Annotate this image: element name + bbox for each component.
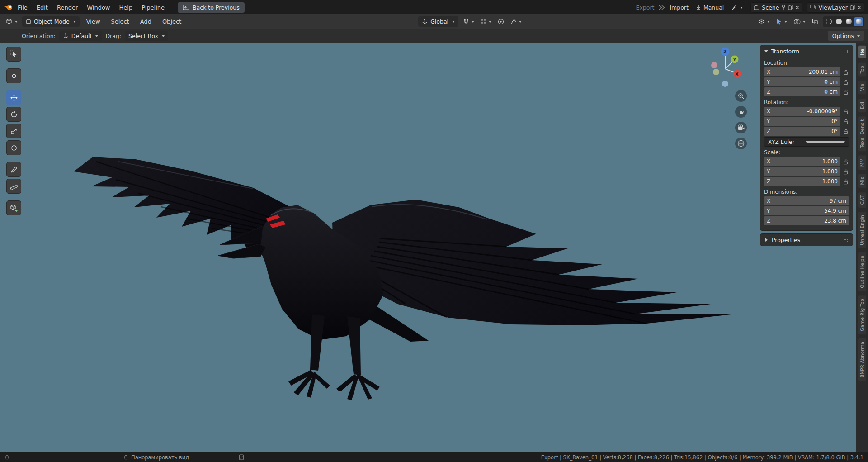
location-y-field[interactable]: Y 0 cm: [764, 77, 840, 86]
location-z-field[interactable]: Z 0 cm: [764, 87, 840, 96]
menu-edit[interactable]: Edit: [33, 2, 52, 13]
sidebar-tab-game-rig-tool[interactable]: Game Rig Too: [858, 295, 866, 334]
sidebar-tab-texel-density[interactable]: Texel Densit: [858, 116, 866, 151]
raven-right-wing[interactable]: [332, 200, 735, 325]
location-x-field[interactable]: X -200.01 cm: [764, 67, 840, 76]
gizmo-axis-neg-y[interactable]: [713, 69, 719, 75]
tool-datablock-button[interactable]: [728, 3, 746, 12]
snapping-dropdown[interactable]: [461, 17, 476, 26]
sidebar-tab-tool[interactable]: Too: [858, 62, 866, 76]
rotation-x-field[interactable]: X -0.000009°: [764, 107, 840, 116]
dimensions-y-field[interactable]: Y 54.9 cm: [764, 206, 849, 215]
gizmo-axis-neg-z[interactable]: [722, 81, 728, 87]
camera-view-button[interactable]: [735, 122, 747, 133]
shading-wireframe-button[interactable]: [824, 17, 833, 26]
back-to-previous-button[interactable]: Back to Previous: [178, 2, 245, 13]
rotation-z-field[interactable]: Z 0°: [764, 127, 840, 136]
gizmo-axis-y[interactable]: Y: [731, 56, 739, 63]
grid-view-button[interactable]: [735, 138, 747, 149]
panel-grip-icon[interactable]: [844, 50, 849, 53]
menu-pipeline[interactable]: Pipeline: [137, 2, 169, 13]
shading-material-button[interactable]: [844, 17, 853, 26]
close-icon[interactable]: [795, 5, 799, 10]
sidebar-tab-view[interactable]: Vie: [858, 81, 866, 94]
menu-add[interactable]: Add: [136, 16, 156, 27]
lock-icon[interactable]: [843, 179, 849, 185]
gizmo-axis-z[interactable]: Z: [721, 48, 730, 56]
scale-x-field[interactable]: X 1.000: [764, 157, 840, 166]
sidebar-tab-item[interactable]: Ite: [858, 46, 866, 58]
gizmo-axis-neg-x[interactable]: [711, 62, 717, 68]
snap-grid-dropdown[interactable]: [479, 17, 493, 26]
lock-icon[interactable]: [843, 129, 849, 134]
tool-measure[interactable]: [6, 179, 21, 194]
sidebar-tab-outline-helper[interactable]: Outline Helpe: [858, 252, 866, 291]
tool-select-box[interactable]: [6, 47, 21, 62]
properties-panel-header[interactable]: Properties: [760, 234, 853, 246]
transform-panel-header[interactable]: Transform: [760, 45, 853, 57]
menu-render[interactable]: Render: [53, 2, 82, 13]
xray-toggle[interactable]: [810, 17, 820, 26]
lock-icon[interactable]: [843, 69, 849, 75]
sidebar-tab-misc[interactable]: Mis: [858, 174, 866, 188]
sidebar-tab-mm[interactable]: MM: [858, 155, 866, 170]
export-button[interactable]: Export: [633, 3, 658, 12]
import-button[interactable]: Import: [666, 3, 692, 12]
viewlayer-selector[interactable]: ViewLayer: [807, 2, 864, 13]
blender-logo-icon[interactable]: [4, 4, 13, 11]
falloff-dropdown[interactable]: [509, 18, 524, 26]
dimensions-z-field[interactable]: Z 23.8 cm: [764, 216, 849, 225]
zoom-button[interactable]: [735, 90, 747, 102]
shading-rendered-button[interactable]: [854, 17, 863, 26]
transform-orientation-dropdown[interactable]: Global: [418, 16, 458, 27]
copy-icon[interactable]: [850, 5, 855, 10]
tool-rotate[interactable]: [6, 107, 21, 122]
lock-icon[interactable]: [843, 159, 849, 165]
lock-icon[interactable]: [843, 119, 849, 124]
pan-button[interactable]: [735, 106, 747, 118]
proportional-editing-toggle[interactable]: [496, 17, 506, 26]
tool-move[interactable]: [6, 90, 21, 105]
tool-transform[interactable]: [6, 140, 21, 155]
editor-type-button[interactable]: [4, 17, 19, 27]
copy-icon[interactable]: [788, 5, 793, 10]
gizmos-dropdown[interactable]: [774, 17, 789, 26]
menu-window[interactable]: Window: [83, 2, 114, 13]
gizmo-axis-x[interactable]: X: [733, 70, 741, 78]
sidebar-tab-cat[interactable]: CAT: [858, 192, 866, 208]
viewport-3d[interactable]: Z Y X: [0, 43, 868, 452]
pin-icon[interactable]: [781, 5, 786, 10]
lock-icon[interactable]: [843, 79, 849, 85]
manual-button[interactable]: Manual: [693, 3, 727, 12]
scale-z-field[interactable]: Z 1.000: [764, 177, 840, 186]
overlays-dropdown[interactable]: [792, 18, 807, 26]
drag-setting-dropdown[interactable]: Select Box: [125, 31, 168, 41]
mode-dropdown[interactable]: Object Mode: [22, 16, 80, 27]
dimensions-x-field[interactable]: X 97 cm: [764, 196, 849, 205]
view-navigation-gizmo[interactable]: Z Y X: [703, 46, 747, 89]
tool-add-cube[interactable]: [6, 200, 21, 215]
orientation-setting-dropdown[interactable]: Default: [59, 31, 102, 41]
tool-annotate[interactable]: [6, 162, 21, 177]
sidebar-tab-edit[interactable]: Edi: [858, 99, 866, 112]
scene-selector[interactable]: Scene: [750, 2, 802, 13]
options-button[interactable]: Options: [828, 31, 864, 41]
close-icon[interactable]: [857, 5, 861, 10]
visibility-dropdown[interactable]: [756, 18, 772, 25]
lock-icon[interactable]: [843, 109, 849, 114]
menu-view[interactable]: View: [82, 16, 104, 27]
menu-file[interactable]: File: [14, 2, 32, 13]
menu-help[interactable]: Help: [115, 2, 137, 13]
sidebar-tab-bnpr-abnormal[interactable]: BNPR Abnorma: [858, 338, 866, 381]
rotation-y-field[interactable]: Y 0°: [764, 117, 840, 126]
panel-grip-icon[interactable]: [844, 238, 849, 242]
menu-object[interactable]: Object: [158, 16, 185, 27]
sidebar-tab-unreal-engine[interactable]: Unreal Engin: [858, 212, 866, 248]
menu-select[interactable]: Select: [107, 16, 133, 27]
lock-icon[interactable]: [843, 169, 849, 175]
lock-icon[interactable]: [843, 89, 849, 95]
shading-solid-button[interactable]: [834, 17, 843, 26]
tool-cursor[interactable]: [6, 68, 21, 83]
tool-scale[interactable]: [6, 124, 21, 138]
scale-y-field[interactable]: Y 1.000: [764, 167, 840, 176]
